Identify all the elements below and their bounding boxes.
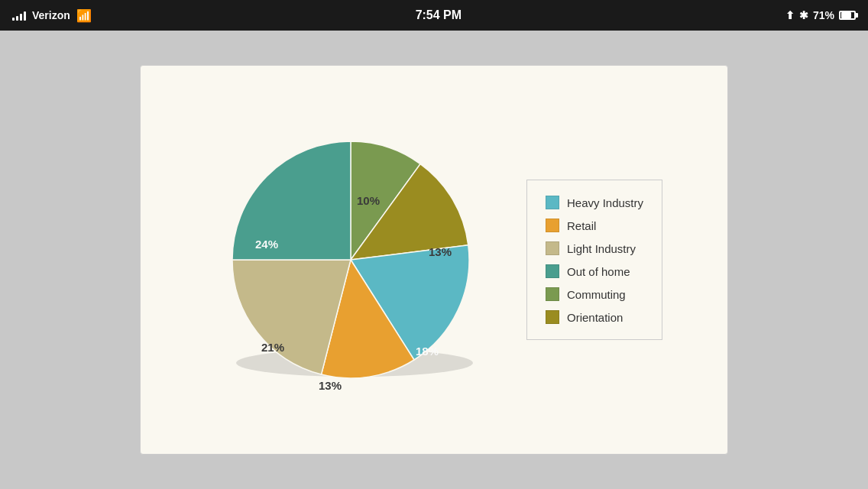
label-commuting: 10% xyxy=(357,194,380,207)
chart-legend: Heavy Industry Retail Light Industry Out… xyxy=(526,180,662,340)
slice-out-of-home xyxy=(232,141,351,260)
signal-bars-icon xyxy=(12,10,26,21)
location-icon: ⬆ xyxy=(785,9,795,21)
carrier-label: Verizon xyxy=(32,9,70,21)
legend-color-retail xyxy=(546,219,559,232)
legend-item-out-of-home: Out of home xyxy=(546,264,643,278)
legend-item-commuting: Commuting xyxy=(546,287,643,301)
legend-item-heavy-industry: Heavy Industry xyxy=(546,196,643,209)
legend-item-light-industry: Light Industry xyxy=(546,241,643,255)
label-heavy-industry: 18% xyxy=(416,345,439,358)
status-bar: Verizon 📶 7:54 PM ⬆ ✱ 71% xyxy=(0,0,868,31)
legend-label-heavy-industry: Heavy Industry xyxy=(567,196,643,209)
legend-color-orientation xyxy=(546,310,559,324)
main-content: 10% 13% 18% 13% 21% 24% xyxy=(0,31,868,489)
legend-label-orientation: Orientation xyxy=(567,311,623,324)
status-right: ⬆ ✱ 71% xyxy=(785,9,856,21)
legend-color-commuting xyxy=(546,287,559,301)
pie-chart: 10% 13% 18% 13% 21% 24% xyxy=(206,115,496,405)
legend-label-retail: Retail xyxy=(567,219,596,232)
status-time: 7:54 PM xyxy=(416,8,462,22)
legend-color-out-of-home xyxy=(546,264,559,278)
legend-item-retail: Retail xyxy=(546,219,643,232)
legend-color-light-industry xyxy=(546,241,559,255)
label-out-of-home: 24% xyxy=(255,238,278,251)
battery-percent: 71% xyxy=(813,9,834,21)
legend-label-commuting: Commuting xyxy=(567,288,626,301)
chart-card: 10% 13% 18% 13% 21% 24% xyxy=(140,65,728,455)
label-orientation: 13% xyxy=(429,245,452,258)
wifi-icon: 📶 xyxy=(76,8,92,23)
label-light-industry: 21% xyxy=(261,341,284,354)
legend-color-heavy-industry xyxy=(546,196,559,209)
status-left: Verizon 📶 xyxy=(12,8,92,23)
legend-label-out-of-home: Out of home xyxy=(567,265,630,278)
legend-item-orientation: Orientation xyxy=(546,310,643,324)
label-retail: 13% xyxy=(319,379,342,392)
bluetooth-icon: ✱ xyxy=(799,9,808,21)
legend-label-light-industry: Light Industry xyxy=(567,242,636,255)
battery-icon xyxy=(839,11,856,20)
